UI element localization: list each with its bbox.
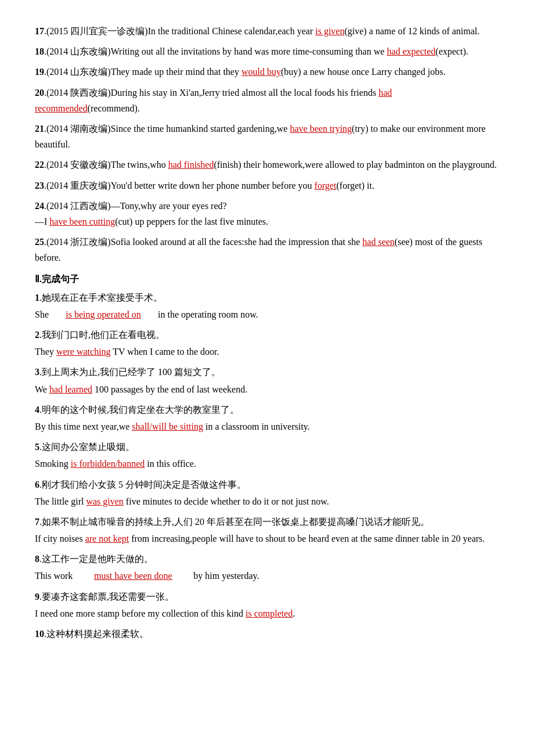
item-17-source: .(2015 四川宜宾一诊改编)In the traditional Chine… bbox=[44, 26, 315, 36]
item-20-after: (recommend). bbox=[88, 103, 140, 113]
completion-1-before: She bbox=[35, 309, 51, 319]
completion-item-3: 3.到上周末为止,我们已经学了 100 篇短文了。 We had learned… bbox=[35, 364, 499, 397]
completion-item-4: 4.明年的这个时候,我们肯定坐在大学的教室里了。 By this time ne… bbox=[35, 402, 499, 434]
completion-6-num: 6 bbox=[35, 480, 39, 489]
completion-6-answer: was given bbox=[86, 496, 123, 506]
completion-2-english: They were watching TV when I came to the… bbox=[35, 344, 499, 359]
item-24: 24.(2014 江西改编)—Tony,why are your eyes re… bbox=[35, 198, 499, 229]
item-22-num: 22 bbox=[35, 160, 44, 170]
completion-1-chinese: 1.她现在正在手术室接受手术。 bbox=[35, 290, 499, 305]
main-content: 17.(2015 四川宜宾一诊改编)In the traditional Chi… bbox=[35, 23, 499, 642]
completion-5-after: in this office. bbox=[145, 459, 196, 469]
completion-7-chinese-text: .如果不制止城市噪音的持续上升,人们 20 年后甚至在同一张饭桌上都要提高嗓门说… bbox=[39, 517, 430, 527]
completion-9-chinese-text: .要凑齐这套邮票,我还需要一张。 bbox=[39, 592, 174, 602]
completion-5-chinese-text: .这间办公室禁止吸烟。 bbox=[39, 442, 135, 452]
completion-4-num: 4 bbox=[35, 405, 39, 415]
completion-10-chinese: 10.这种材料摸起来很柔软。 bbox=[35, 626, 499, 642]
item-17-answer: is given bbox=[315, 26, 344, 36]
completion-8-english: This work must have been done by him yes… bbox=[35, 568, 499, 584]
item-18-source: .(2014 山东改编)Writing out all the invitati… bbox=[44, 46, 387, 56]
section2-header: Ⅱ.完成句子 bbox=[35, 271, 499, 287]
completion-10-chinese-text: .这种材料摸起来很柔软。 bbox=[44, 629, 149, 639]
item-21-num: 21 bbox=[35, 124, 44, 134]
item-24-after: (cut) up peppers for the last five minut… bbox=[115, 217, 268, 226]
completion-5-num: 5 bbox=[35, 442, 39, 452]
completion-item-9: 9.要凑齐这套邮票,我还需要一张。 I need one more stamp … bbox=[35, 589, 499, 621]
item-22-after: (finish) their homework,were allowed to … bbox=[214, 160, 496, 170]
completion-6-english: The little girl was given five minutes t… bbox=[35, 494, 499, 509]
completion-6-after: five minutes to decide whether to do it … bbox=[124, 496, 329, 506]
completion-1-blank: is being operated on bbox=[51, 307, 156, 322]
completion-7-num: 7 bbox=[35, 517, 39, 527]
completion-6-before: The little girl bbox=[35, 496, 86, 506]
part1-section: 17.(2015 四川宜宾一诊改编)In the traditional Chi… bbox=[35, 23, 499, 265]
completion-3-english: We had learned 100 passages by the end o… bbox=[35, 381, 499, 397]
completion-5-chinese: 5.这间办公室禁止吸烟。 bbox=[35, 439, 499, 455]
item-19-answer: would buy bbox=[241, 67, 281, 77]
item-19-after: (buy) a new house once Larry changed job… bbox=[281, 67, 445, 77]
completion-8-before: This work bbox=[35, 571, 75, 581]
completion-4-answer: shall/will be sitting bbox=[132, 422, 203, 431]
item-23-after: (forget) it. bbox=[337, 181, 374, 190]
completion-8-chinese: 8.这工作一定是他昨天做的。 bbox=[35, 551, 499, 567]
completion-item-10: 10.这种材料摸起来很柔软。 bbox=[35, 626, 499, 642]
item-22: 22.(2014 安徽改编)The twins,who had finished… bbox=[35, 157, 499, 172]
completion-3-chinese: 3.到上周末为止,我们已经学了 100 篇短文了。 bbox=[35, 364, 499, 380]
item-21-answer: have been trying bbox=[290, 124, 352, 134]
item-24-answer: have been cutting bbox=[49, 217, 115, 226]
item-18: 18.(2014 山东改编)Writing out all the invita… bbox=[35, 44, 499, 59]
completion-1-chinese-text: .她现在正在手术室接受手术。 bbox=[39, 293, 163, 303]
completion-2-chinese-text: .我到门口时,他们正在看电视。 bbox=[39, 330, 165, 340]
completion-1-answer: is being operated on bbox=[66, 309, 140, 319]
item-23-num: 23 bbox=[35, 181, 44, 190]
completion-8-chinese-text: .这工作一定是他昨天做的。 bbox=[39, 554, 153, 564]
item-19-num: 19 bbox=[35, 67, 44, 77]
item-22-answer: had finished bbox=[168, 160, 214, 170]
item-20-num: 20 bbox=[35, 88, 44, 98]
completion-3-answer: had learned bbox=[49, 384, 92, 394]
completion-7-before: If city noises bbox=[35, 534, 85, 543]
completion-4-before: By this time next year,we bbox=[35, 422, 132, 431]
item-23-source: .(2014 重庆改编)You'd better write down her … bbox=[44, 181, 315, 190]
item-25: 25.(2014 浙江改编)Sofia looked around at all… bbox=[35, 234, 499, 265]
item-20: 20.(2014 陕西改编)During his stay in Xi'an,J… bbox=[35, 85, 499, 116]
completion-3-chinese-text: .到上周末为止,我们已经学了 100 篇短文了。 bbox=[39, 367, 221, 377]
completion-item-2: 2.我到门口时,他们正在看电视。 They were watching TV w… bbox=[35, 327, 499, 359]
completion-6-chinese: 6.刚才我们给小女孩 5 分钟时间决定是否做这件事。 bbox=[35, 477, 499, 492]
item-17: 17.(2015 四川宜宾一诊改编)In the traditional Chi… bbox=[35, 23, 499, 39]
completion-1-num: 1 bbox=[35, 293, 39, 303]
completion-9-after: . bbox=[293, 609, 295, 618]
completion-9-english: I need one more stamp before my collecti… bbox=[35, 606, 499, 621]
item-18-num: 18 bbox=[35, 46, 44, 56]
completion-2-num: 2 bbox=[35, 330, 39, 340]
item-17-after: (give) a name of 12 kinds of animal. bbox=[344, 26, 479, 36]
completion-4-after: in a classroom in university. bbox=[203, 422, 310, 431]
completion-8-blank: must have been done bbox=[75, 568, 191, 584]
completion-7-after: from increasing,people will have to shou… bbox=[129, 534, 485, 543]
completion-9-num: 9 bbox=[35, 592, 39, 602]
completion-7-chinese: 7.如果不制止城市噪音的持续上升,人们 20 年后甚至在同一张饭桌上都要提高嗓门… bbox=[35, 514, 499, 530]
completion-2-after: TV when I came to the door. bbox=[111, 347, 219, 357]
completion-1-english: She is being operated on in the operatin… bbox=[35, 307, 499, 322]
item-25-num: 25 bbox=[35, 237, 44, 247]
completion-8-answer: must have been done bbox=[94, 571, 172, 581]
completion-9-chinese: 9.要凑齐这套邮票,我还需要一张。 bbox=[35, 589, 499, 604]
completion-item-5: 5.这间办公室禁止吸烟。 Smoking is forbidden/banned… bbox=[35, 439, 499, 471]
completion-7-english: If city noises are not kept from increas… bbox=[35, 531, 499, 546]
item-20-source: .(2014 陕西改编)During his stay in Xi'an,Jer… bbox=[44, 88, 378, 98]
completion-8-num: 8 bbox=[35, 554, 39, 564]
item-22-source: .(2014 安徽改编)The twins,who bbox=[44, 160, 168, 170]
item-21: 21.(2014 湖南改编)Since the time humankind s… bbox=[35, 121, 499, 152]
completion-3-num: 3 bbox=[35, 367, 39, 377]
item-25-source: .(2014 浙江改编)Sofia looked around at all t… bbox=[44, 237, 362, 247]
part2-section: 1.她现在正在手术室接受手术。 She is being operated on… bbox=[35, 290, 499, 642]
completion-8-after: by him yesterday. bbox=[191, 571, 259, 581]
completion-5-before: Smoking bbox=[35, 459, 71, 469]
completion-5-answer: is forbidden/banned bbox=[71, 459, 145, 469]
item-24-line1: 24.(2014 江西改编)—Tony,why are your eyes re… bbox=[35, 198, 499, 214]
completion-7-answer: are not kept bbox=[85, 534, 129, 543]
item-17-num: 17 bbox=[35, 26, 44, 36]
completion-6-chinese-text: .刚才我们给小女孩 5 分钟时间决定是否做这件事。 bbox=[39, 480, 246, 489]
completion-item-8: 8.这工作一定是他昨天做的。 This work must have been … bbox=[35, 551, 499, 584]
item-21-source: .(2014 湖南改编)Since the time humankind sta… bbox=[44, 124, 290, 134]
